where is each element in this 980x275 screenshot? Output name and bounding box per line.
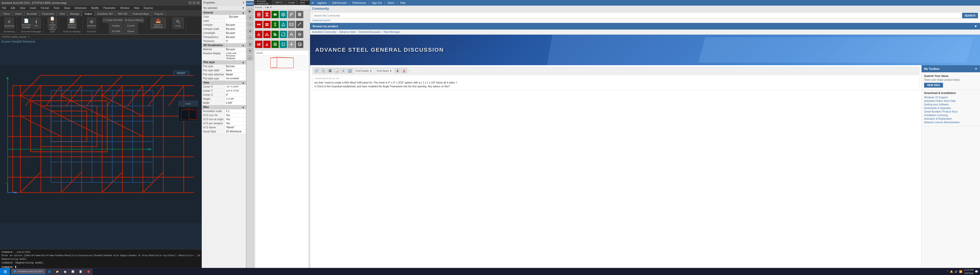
thickness-value[interactable]: 0" [225, 39, 246, 43]
as-side-btn-7[interactable]: ▼ [247, 48, 253, 54]
breadcrumb-new-message[interactable]: New Message [383, 30, 400, 33]
selection-dropdown[interactable]: ▼ [242, 6, 245, 9]
taskbar-autocad[interactable]: 🔷 Autodesk AutoCAD 2015 [11, 269, 45, 275]
ucsiconon-value[interactable]: Yes [225, 113, 246, 117]
editor-list-btn[interactable]: ≡ [340, 68, 346, 73]
ribbon-tab-home[interactable]: Home [1, 11, 13, 16]
current-btn[interactable]: Current [124, 23, 138, 28]
as-icon-chamfer[interactable] [271, 30, 279, 38]
shadow-value[interactable]: Casts and Receives Shadows [225, 51, 246, 60]
as-icon-bolt[interactable] [280, 11, 287, 18]
topbar-edit-account[interactable]: Edit Account [331, 1, 348, 5]
height-value[interactable]: 2'-8 3/8" [225, 97, 246, 101]
as-icon-4[interactable] [288, 30, 295, 38]
as-tab-2[interactable]: RBFCU [273, 1, 285, 4]
as-icon-5[interactable] [296, 30, 304, 38]
as-side-btn-5[interactable]: ≡ [247, 35, 253, 41]
topbar-signout[interactable]: Sign Out [371, 1, 383, 5]
topbar-share[interactable]: Share [387, 1, 396, 5]
display-btn[interactable]: Display [109, 23, 123, 28]
bom-btn[interactable]: 📊 BOM on drawing [67, 17, 76, 29]
info-btn[interactable]: ℹ Info [32, 17, 41, 29]
as-icon-7[interactable] [263, 41, 271, 48]
as-icon-6[interactable] [255, 41, 262, 48]
favorites-label[interactable]: Favorit... ✕ ▶ ⊕ [255, 6, 272, 9]
taskbar-excel[interactable]: 📊 [69, 269, 76, 275]
menu-express[interactable]: Express [143, 6, 154, 9]
layer-value[interactable] [225, 19, 246, 23]
editor-link-btn[interactable]: 🔗 [314, 68, 320, 73]
as-icon-truss[interactable] [263, 30, 271, 38]
as-icon-8[interactable] [271, 41, 279, 48]
export-btn[interactable]: Export [124, 29, 138, 34]
as-icon-10[interactable] [288, 41, 295, 48]
numbering-btn[interactable]: # Numbering [5, 17, 14, 29]
visualstyle-value[interactable]: 2D Wireframe [225, 130, 246, 133]
new-idea-button[interactable]: NEW IDEA [924, 83, 943, 88]
lscale-value[interactable]: ByLayer [225, 27, 246, 31]
ribbon-tab-plugins[interactable]: Plug-ins [152, 11, 165, 16]
link-windows-support[interactable]: Windows 10 Support [924, 96, 977, 99]
menu-modify[interactable]: Modify [90, 6, 100, 9]
lweight-value[interactable]: ByLayer [225, 31, 246, 35]
as-tab-1[interactable]: RAILING COMPONE... [255, 0, 272, 6]
properties-close[interactable]: ✕ [242, 1, 245, 4]
editor-color-a-btn[interactable]: A [401, 68, 407, 73]
ribbon-tab-view[interactable]: View [57, 11, 67, 16]
proxy-btn[interactable]: 🔌 Proxy [172, 17, 184, 29]
maximize-button[interactable]: □ [192, 1, 196, 5]
group-filter-btn[interactable]: ⊞ Group Filtering [124, 17, 144, 23]
as-side-btn-3[interactable]: ☆ [247, 22, 253, 27]
as-icon-11[interactable]: 3D [296, 41, 304, 48]
editor-table-btn[interactable]: 📊 [334, 68, 339, 73]
plotstyle-value[interactable]: ByColor [225, 65, 246, 68]
plottable-value[interactable]: None [225, 68, 246, 72]
ribbon-tab-a360[interactable]: Autodesk 360 [95, 11, 115, 16]
taskbar-explorer[interactable]: 📁 [54, 269, 61, 275]
menu-draw[interactable]: Draw [63, 6, 71, 9]
editor-format-a-btn[interactable]: A [395, 68, 401, 73]
ribbon-tab-manage[interactable]: Manage [68, 11, 82, 16]
ribbon-tab-output[interactable]: Output [82, 11, 94, 16]
menu-format[interactable]: Format [40, 6, 50, 9]
ribbon-tab-insert[interactable]: Insert [13, 11, 24, 16]
centery-value[interactable]: 110'-9 17/16" [225, 89, 246, 93]
font-size-selector[interactable]: Font Sizes ▼ [375, 68, 394, 73]
centerz-value[interactable]: 0" [225, 93, 246, 97]
as-icon-stair[interactable] [296, 21, 304, 28]
search-button[interactable]: SEARCH [962, 13, 978, 18]
topbar-preferences[interactable]: Preferences [352, 1, 367, 5]
as-icon-connection[interactable] [255, 21, 262, 28]
as-side-btn-4[interactable]: ⊕ [247, 28, 253, 34]
taskbar-word[interactable]: 📝 [77, 269, 84, 275]
menu-help[interactable]: Help [133, 6, 140, 9]
menu-file[interactable]: File [1, 6, 7, 9]
font-family-selector[interactable]: Font Family ▼ [354, 68, 374, 73]
taskbar-app1[interactable]: 🔴 [85, 269, 92, 275]
topbar-help[interactable]: Help [399, 1, 407, 5]
link-activation[interactable]: Activation & Registration [924, 117, 977, 120]
topbar-ragulera[interactable]: ragulera [316, 1, 328, 5]
3ddwf-btn[interactable]: 3D DWF [109, 29, 123, 34]
prop-section-3d[interactable]: 3D Visualization ▲ [202, 43, 246, 47]
minimize-button[interactable]: ─ [188, 1, 192, 5]
as-icon-cleat[interactable] [280, 21, 287, 28]
prop-section-view[interactable]: View ▲ [202, 81, 246, 85]
annscale-value[interactable]: 1:1 [225, 109, 246, 113]
as-icon-plate[interactable] [271, 11, 279, 18]
as-icon-beam[interactable] [255, 11, 262, 18]
docmgr-btn[interactable]: 📄 Documentmanager [22, 17, 31, 29]
link-downloads-upgrades[interactable]: Downloads & Upgrades [924, 107, 977, 109]
as-icon-9[interactable] [280, 41, 287, 48]
editor-attach-btn[interactable]: 📎 [321, 68, 326, 73]
menu-edit[interactable]: Edit [10, 6, 16, 9]
as-icon-shear-stud[interactable] [255, 30, 262, 38]
ribbon-tab-annotate[interactable]: Annotate [24, 11, 39, 16]
prop-section-general[interactable]: General ▲ [202, 11, 246, 15]
as-icon-anchor[interactable] [271, 21, 279, 28]
as-icon-railing[interactable] [263, 21, 271, 28]
as-tab-3[interactable]: Google [286, 1, 297, 4]
export-dwf-btn[interactable]: 📤 Export to DWF/PDF [151, 17, 166, 29]
width-value[interactable]: 3 5/8" [225, 101, 246, 105]
link-online-store[interactable]: Autodesk Online Store Help [924, 100, 977, 102]
